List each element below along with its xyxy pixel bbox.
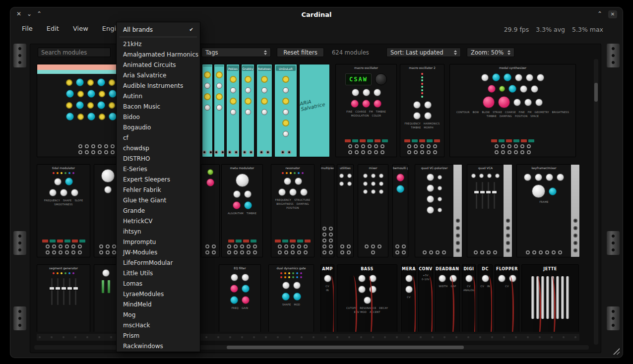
module-card[interactable]: DIGICVANALOG: [462, 264, 476, 332]
module-card[interactable]: resonatorFREQUENCYSTRUCTUREBRIGHTNESSDAM…: [271, 164, 315, 257]
brand-menu-item[interactable]: ihtsyn: [117, 226, 200, 237]
brand-menu-item[interactable]: MindMeld: [117, 299, 200, 309]
menubar-item[interactable]: View: [73, 25, 88, 32]
module-card[interactable]: macro oscillator 2FREQUENCYHARMONICSTIMB…: [400, 64, 444, 157]
module-card[interactable]: Grabby: [241, 64, 254, 157]
module-card[interactable]: [201, 164, 220, 257]
module-card[interactable]: ARiA Salvatrice: [299, 64, 330, 157]
brand-menu-item[interactable]: Rackwindows: [117, 341, 200, 351]
module-card[interactable]: bernoulli gate: [392, 164, 408, 257]
knob-row: [282, 282, 301, 289]
module-card[interactable]: meta modulatorALGORITHMTIMBRE: [221, 164, 263, 257]
module-card[interactable]: [202, 64, 213, 157]
brand-menu-item[interactable]: 21kHz: [117, 39, 200, 49]
module-card[interactable]: mixer: [358, 164, 388, 257]
sort-select[interactable]: Sort: Last updated: [386, 48, 461, 57]
module-card[interactable]: MERACV: [401, 264, 416, 332]
module-card[interactable]: keyframer/mixerFRAME: [516, 164, 580, 257]
module-card[interactable]: AMPCVIN: [320, 264, 334, 332]
brand-menu-item[interactable]: cf: [117, 132, 200, 143]
module-card[interactable]: DEADBANDWIDTHGAP: [435, 264, 460, 332]
brand-menu-item[interactable]: Bidoo: [117, 112, 200, 122]
module-card[interactable]: FLOPPERCV: [495, 264, 519, 332]
brand-menu-item[interactable]: mscHack: [117, 320, 200, 330]
slider[interactable]: [75, 278, 76, 305]
module-title: mixer: [358, 165, 388, 170]
slider[interactable]: [482, 182, 483, 209]
module-card[interactable]: UnDuLaR: [274, 64, 297, 157]
horizontal-scrollbar-thumb[interactable]: [227, 346, 464, 349]
module-card[interactable]: BASSCUTOFFRESONANCEDECAYENV MODACCENT: [337, 264, 397, 332]
menubar-item[interactable]: File: [22, 25, 33, 32]
brand-menu-item[interactable]: Fehler Fabrik: [117, 184, 200, 195]
led: [296, 272, 298, 274]
module-card[interactable]: macro oscillatorCSAWFINECOARSEFMTIMBREMO…: [335, 64, 397, 157]
reset-filters-button[interactable]: Reset filters: [277, 48, 324, 57]
brand-menu-item[interactable]: Grande: [117, 205, 200, 216]
knob: [374, 100, 381, 108]
brand-menu-item[interactable]: Expert Sleepers: [117, 174, 200, 184]
vertical-scrollbar[interactable]: [594, 59, 598, 345]
slider[interactable]: [476, 182, 477, 209]
brand-menu-item[interactable]: Lomas: [117, 278, 200, 289]
brand-menu-item[interactable]: chowdsp: [117, 143, 200, 153]
module-card[interactable]: quad VCA: [467, 164, 512, 257]
module-card[interactable]: segment generator: [37, 264, 90, 332]
window-collapse-icon[interactable]: ⌃: [597, 10, 602, 17]
zoom-select[interactable]: Zoom: 50%: [467, 48, 514, 57]
knob-label: SHAPE: [282, 303, 291, 306]
module-card[interactable]: quad VC-polarizer: [415, 164, 462, 257]
brand-menu-item[interactable]: Little Utils: [117, 268, 200, 278]
slider[interactable]: [57, 278, 59, 305]
knob: [231, 274, 238, 281]
brand-menu-item[interactable]: E-Series: [117, 164, 200, 174]
brand-menu-item[interactable]: HetrickCV: [117, 216, 200, 226]
module-card[interactable]: utilities: [337, 164, 354, 257]
brand-menu-item[interactable]: Audible Instruments: [117, 80, 200, 91]
brand-menu-item[interactable]: Aria Salvatrice: [117, 70, 200, 80]
knob: [439, 275, 446, 282]
slider[interactable]: [488, 182, 489, 209]
module-card[interactable]: JETTE: [521, 264, 579, 332]
slider[interactable]: [63, 278, 64, 305]
brand-menu-item[interactable]: JW-Modules: [117, 247, 200, 257]
module-card[interactable]: [214, 64, 225, 157]
port: [558, 250, 562, 254]
tags-filter-select[interactable]: Tags: [201, 48, 271, 57]
brand-menu-item[interactable]: DISTRHO: [117, 153, 200, 164]
cable-art: [365, 276, 373, 332]
module-card[interactable]: tidal modulatorFREQUENCYSHAPESLOPESMOOTH…: [37, 164, 90, 257]
brand-menu-item[interactable]: Mog: [117, 309, 200, 320]
titlebar[interactable]: ✕ ⌄ ⌃ Cardinal ⌃ ✕: [10, 7, 623, 22]
module-card[interactable]: DCCVIN: [478, 264, 493, 332]
resize-grip[interactable]: [612, 347, 620, 355]
brand-menu-item[interactable]: Impromptu: [117, 237, 200, 247]
module-card[interactable]: multiples: [320, 164, 334, 257]
slider[interactable]: [51, 278, 53, 305]
brand-menu-item[interactable]: LyraeModules: [117, 289, 200, 299]
vertical-scrollbar-thumb[interactable]: [594, 83, 598, 102]
module-card[interactable]: modal synthesizerCONTOURBOWBLOWSTRIKECOA…: [449, 64, 576, 157]
window-closebox-icon[interactable]: ✕: [608, 10, 617, 18]
menubar-item[interactable]: Edit: [47, 25, 59, 32]
module-card[interactable]: dual dynamics gateSHAPEMOD: [268, 264, 314, 332]
brand-menu-item[interactable]: Bogaudio: [117, 122, 200, 132]
module-card[interactable]: Rotatoes: [256, 64, 272, 157]
search-input[interactable]: [38, 48, 111, 57]
module-card[interactable]: CONV+5V0-10V: [418, 264, 433, 332]
brand-menu-selected[interactable]: All brands ✔: [117, 22, 200, 37]
module-card[interactable]: [94, 264, 118, 332]
brand-menu-item[interactable]: Autinn: [117, 91, 200, 101]
brand-menu-item[interactable]: Prism: [117, 330, 200, 341]
module-card[interactable]: Pokies: [226, 64, 240, 157]
brand-menu-item[interactable]: Amalgamated Harmonics: [117, 49, 200, 60]
module-card[interactable]: EQ filterFREQGAIN: [219, 264, 261, 332]
brand-menu-item[interactable]: Animated Circuits: [117, 60, 200, 70]
slider[interactable]: [69, 278, 70, 305]
brand-menu-item[interactable]: Glue the Giant: [117, 195, 200, 205]
brand-menu-item[interactable]: Bacon Music: [117, 101, 200, 112]
port-label-chips: [271, 240, 314, 243]
slider[interactable]: [494, 182, 495, 209]
brand-menu-item[interactable]: LifeFormModular: [117, 257, 200, 268]
knob: [282, 98, 289, 105]
